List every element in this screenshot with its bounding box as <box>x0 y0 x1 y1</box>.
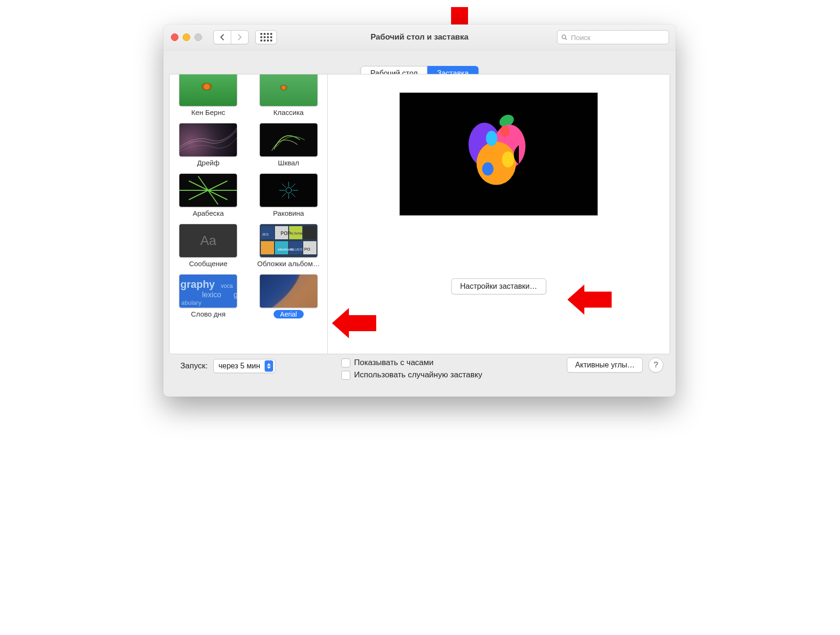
saver-label: Сообщение <box>175 260 242 268</box>
saver-message[interactable]: Aa Сообщение <box>172 224 244 268</box>
svg-text:voca: voca <box>221 283 233 289</box>
svg-text:JES: JES <box>262 232 269 236</box>
svg-text:BLUES: BLUES <box>290 247 302 252</box>
saver-rakovina[interactable]: Раковина <box>253 173 325 217</box>
saver-thumb <box>179 123 237 157</box>
saver-label: Кен Бернс <box>175 108 242 116</box>
svg-text:ALTerNative: ALTerNative <box>290 232 308 235</box>
saver-thumb <box>259 74 318 106</box>
saver-ken-burns[interactable]: Кен Бернс <box>172 74 244 116</box>
saver-label: Классика <box>255 108 322 116</box>
checkbox-icon <box>341 371 350 380</box>
saver-word-of-day[interactable]: graphyvocalexicogabulary Слово дня <box>172 274 244 320</box>
search-field[interactable] <box>557 30 669 44</box>
svg-line-1 <box>565 38 567 40</box>
svg-text:PO: PO <box>304 247 310 252</box>
close-window-button[interactable] <box>171 33 178 41</box>
launch-delay-select[interactable]: через 5 мин <box>213 359 276 373</box>
saver-album-covers[interactable]: POP electronic BLUES JES PO ALTerNative … <box>253 224 325 268</box>
stepper-icon <box>265 360 273 372</box>
nav-back-button[interactable] <box>213 30 231 44</box>
checkbox-label: Использовать случайную заставку <box>354 370 482 380</box>
saver-thumb <box>259 274 318 308</box>
screensaver-options-button[interactable]: Настройки заставки… <box>451 278 546 294</box>
saver-thumb <box>179 173 237 207</box>
saver-classic[interactable]: Классика <box>253 74 325 116</box>
nav-buttons <box>213 30 249 44</box>
footer: Запуск: через 5 мин Показывать с часами … <box>172 358 667 392</box>
svg-point-41 <box>500 126 509 137</box>
saver-label: Слово дня <box>175 310 242 318</box>
show-all-button[interactable] <box>255 30 277 44</box>
svg-line-11 <box>282 184 286 187</box>
search-input[interactable] <box>570 33 665 42</box>
svg-point-38 <box>486 131 497 146</box>
saver-label: Арабеска <box>175 209 242 217</box>
saver-label-selected: Aerial <box>274 310 304 318</box>
saver-drift[interactable]: Дрейф <box>172 123 244 167</box>
screensaver-preview <box>399 92 598 216</box>
svg-rect-19 <box>261 241 274 254</box>
preview-pane: Настройки заставки… <box>328 74 670 354</box>
apple-logo-icon <box>463 113 534 193</box>
saver-thumb <box>259 123 318 157</box>
saver-label: Шквал <box>255 159 322 167</box>
saver-thumb: Aa <box>179 224 237 258</box>
search-icon <box>561 34 567 41</box>
saver-label: Раковина <box>255 209 322 217</box>
saver-shkval[interactable]: Шквал <box>253 123 325 167</box>
saver-aerial[interactable]: Aerial <box>253 274 325 320</box>
zoom-window-button <box>194 33 202 41</box>
svg-line-14 <box>291 184 295 187</box>
preferences-window: Рабочий стол и заставка Рабочий стол Зас… <box>163 24 676 397</box>
svg-text:g: g <box>234 291 237 299</box>
launch-delay-value: через 5 мин <box>218 362 260 370</box>
saver-label: Обложки альбом… <box>255 260 322 268</box>
saver-label: Дрейф <box>175 159 242 167</box>
svg-text:lexico: lexico <box>202 291 221 299</box>
nav-forward-button <box>231 30 249 44</box>
titlebar: Рабочий стол и заставка <box>163 24 676 50</box>
traffic-lights <box>171 33 202 41</box>
sample-text: Aa <box>200 233 216 248</box>
hot-corners-button[interactable]: Активные углы… <box>567 358 643 373</box>
svg-point-39 <box>502 152 514 168</box>
svg-point-6 <box>286 187 291 193</box>
svg-text:abulary: abulary <box>181 299 202 306</box>
svg-text:POP: POP <box>281 231 291 236</box>
svg-text:graphy: graphy <box>180 278 215 290</box>
saver-thumb: graphyvocalexicogabulary <box>179 274 237 308</box>
show-with-clock-checkbox[interactable]: Показывать с часами <box>341 358 482 367</box>
saver-thumb <box>259 173 318 207</box>
svg-point-0 <box>562 35 566 39</box>
saver-thumb: POP electronic BLUES JES PO ALTerNative <box>259 224 318 258</box>
screensaver-list[interactable]: Кен Бернс Классика Дрейф <box>170 74 328 354</box>
svg-point-40 <box>482 163 493 176</box>
help-button[interactable]: ? <box>648 358 663 373</box>
svg-line-13 <box>282 193 286 197</box>
launch-label: Запуск: <box>180 361 208 371</box>
random-screensaver-checkbox[interactable]: Использовать случайную заставку <box>341 370 482 380</box>
main-panel: Кен Бернс Классика Дрейф <box>169 74 670 354</box>
minimize-window-button[interactable] <box>183 33 190 41</box>
checkbox-label: Показывать с часами <box>354 358 434 367</box>
checkbox-icon <box>341 358 350 367</box>
grid-icon <box>260 33 272 41</box>
saver-arabeska[interactable]: Арабеска <box>172 173 244 217</box>
saver-thumb <box>179 74 237 106</box>
svg-line-12 <box>291 193 295 197</box>
